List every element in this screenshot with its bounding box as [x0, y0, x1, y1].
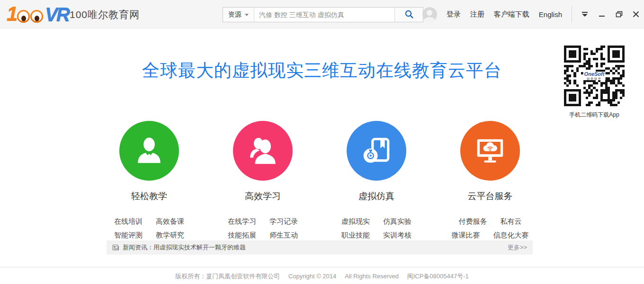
feature-link[interactable]: 实训考核: [383, 228, 411, 242]
feature-link[interactable]: 学习记录: [269, 214, 298, 228]
students-icon[interactable]: [233, 121, 293, 181]
newspaper-icon: [112, 244, 119, 251]
logo-eye-icon: [17, 10, 30, 23]
top-bar: 1 VR 100唯尔教育网 资源 登录: [0, 0, 644, 28]
qr-center-label: OneSoft: [584, 72, 605, 77]
feature-link[interactable]: 智能评测: [114, 228, 143, 242]
feature-link[interactable]: 教学研究: [156, 228, 184, 242]
feature-link[interactable]: 信息化大赛: [493, 228, 529, 242]
footer-copyright-en: Copyright © 2014: [288, 273, 336, 280]
news-more-link[interactable]: 更多>>: [508, 243, 527, 252]
feature-link[interactable]: 高效备课: [156, 214, 184, 228]
search-category-label: 资源: [228, 10, 242, 19]
news-bar: 新闻资讯：用虚拟现实技术解开一颗牙的难题 更多>>: [107, 240, 533, 255]
qr-caption: 手机二维码下载App: [564, 111, 625, 119]
footer: 版权所有：厦门凤凰创壹软件有限公司 Copyright © 2014 All R…: [0, 272, 644, 281]
search-category-dropdown[interactable]: 资源: [223, 8, 254, 22]
logo-100vr[interactable]: 1 VR: [7, 4, 69, 23]
register-link[interactable]: 注册: [470, 10, 484, 19]
feature-link[interactable]: 在线学习: [228, 214, 256, 228]
teacher-icon[interactable]: [119, 121, 179, 181]
search-input[interactable]: [254, 8, 394, 22]
logo-vr-text: VR: [45, 5, 69, 23]
feature-link[interactable]: 师生互动: [269, 228, 298, 242]
hero-headline: 全球最大的虚拟现实三维互动在线教育云平台: [0, 59, 644, 82]
app-window: 1 VR 100唯尔教育网 资源 登录: [0, 0, 644, 284]
footer-copyright-cn: 版权所有：厦门凤凰创壹软件有限公司: [175, 273, 280, 280]
features-row: 轻松教学 在线培训 高效备课 智能评测 教学研究: [92, 121, 552, 242]
close-icon[interactable]: [632, 10, 640, 18]
feature-title: 轻松教学: [92, 190, 206, 202]
feature-title: 虚拟仿真: [320, 190, 433, 202]
feature-simulation: 虚拟仿真 虚拟现实 仿真实验 职业技能 实训考核: [320, 121, 433, 242]
client-download-link[interactable]: 客户端下载: [494, 10, 529, 19]
news-headline[interactable]: 新闻资讯：用虚拟现实技术解开一颗牙的难题: [123, 243, 246, 252]
login-link[interactable]: 登录: [447, 10, 461, 19]
footer-divider: [0, 267, 644, 267]
feature-link[interactable]: 私有云: [501, 214, 522, 228]
search-button[interactable]: [394, 8, 423, 22]
logo-digit-1: 1: [7, 4, 17, 23]
feature-link[interactable]: 虚拟现实: [341, 214, 370, 228]
site-title: 100唯尔教育网: [70, 8, 140, 21]
feature-title: 高效学习: [206, 190, 320, 202]
avatar[interactable]: [422, 7, 437, 22]
feature-link[interactable]: 付费服务: [459, 214, 487, 228]
search-bar: 资源: [223, 7, 423, 22]
user-nav: 登录 注册 客户端下载 English: [422, 0, 640, 28]
divider: [572, 6, 572, 23]
chevron-down-icon: [245, 14, 249, 16]
feature-learning: 高效学习 在线学习 学习记录 技能拓展 师生互动: [206, 121, 320, 242]
feature-teaching: 轻松教学 在线培训 高效备课 智能评测 教学研究: [92, 121, 206, 242]
feature-title: 云平台服务: [433, 190, 547, 202]
collapse-arrow-icon[interactable]: [581, 10, 589, 18]
book-cd-icon[interactable]: [347, 121, 406, 181]
feature-link[interactable]: 职业技能: [341, 228, 370, 242]
language-link[interactable]: English: [539, 10, 562, 18]
restore-icon[interactable]: [615, 10, 623, 18]
qr-center-sublabel: 创壹软件: [584, 77, 605, 80]
footer-rights: All Rights Reserved: [345, 273, 399, 280]
qr-section: OneSoft 创壹软件 手机二维码下载App: [564, 46, 625, 119]
footer-icp: 闽ICP备08005447号-1: [407, 273, 469, 280]
qr-center-logo: OneSoft 创壹软件: [583, 72, 606, 80]
feature-link[interactable]: 技能拓展: [228, 228, 256, 242]
cloud-monitor-icon[interactable]: [460, 121, 520, 181]
search-icon: [404, 9, 414, 20]
minimize-icon[interactable]: [598, 10, 606, 18]
feature-link[interactable]: 在线培训: [114, 214, 143, 228]
feature-link[interactable]: 仿真实验: [383, 214, 411, 228]
qr-code: OneSoft 创壹软件: [564, 46, 625, 106]
feature-cloud: 云平台服务 付费服务 私有云 微课比赛 信息化大赛: [433, 121, 547, 242]
feature-link[interactable]: 微课比赛: [452, 228, 480, 242]
logo-eye-icon: [30, 10, 43, 23]
